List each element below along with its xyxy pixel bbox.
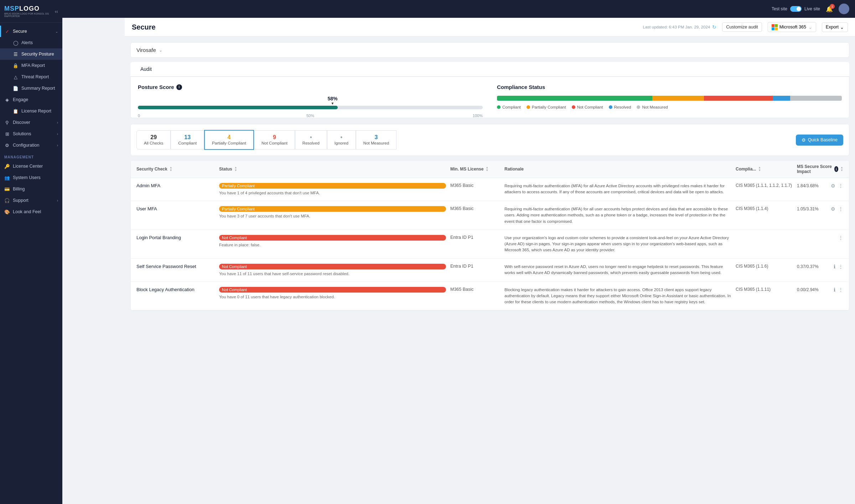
posture-info-icon[interactable]: i (176, 84, 182, 90)
more-icon5[interactable]: ⋮ (838, 287, 843, 293)
table-header: Security Check ▲▼ Status ▲▼ Min. MS Lice… (131, 161, 849, 178)
filter-tab-compliant[interactable]: 13 Compliant (171, 130, 204, 149)
sort-icon2[interactable]: ▲▼ (234, 166, 237, 172)
more-icon2[interactable]: ⋮ (838, 206, 843, 212)
gear-icon2: ⚙ (802, 137, 806, 143)
ignored-count: • (335, 134, 348, 141)
settings-icon2[interactable]: ⚙ (831, 206, 835, 212)
chevron-down-icon: ⌄ (55, 30, 58, 33)
sidebar-item-discover-label: Discover (13, 120, 54, 125)
row-status-user-mfa: Partially Compliant You have 3 of 7 user… (219, 206, 446, 219)
posture-score-panel: Posture Score i 58% ▼ 0 50% 100% (138, 84, 483, 111)
legend-not-compliant: Not Compliant (572, 105, 603, 109)
filter-tab-all[interactable]: 29 All Checks (136, 130, 171, 149)
more-icon3[interactable]: ⋮ (838, 235, 843, 241)
partial-segment (652, 96, 704, 101)
bell-icon: ◯ (13, 40, 19, 46)
sidebar-item-mfa-report[interactable]: 🔒 MFA Report (0, 60, 62, 71)
filter-tab-not-measured[interactable]: 3 Not Measured (356, 130, 397, 149)
settings-icon[interactable]: ⚙ (831, 183, 835, 189)
table-row: User MFA Partially Compliant You have 3 … (131, 201, 849, 230)
topbar: Test site Live site 🔔 1 (62, 0, 855, 18)
sidebar: MSPLOGO BRUG EGON LOGO FOR KONSOL OG RAP… (0, 0, 62, 504)
filter-tab-not-compliant[interactable]: 9 Not Compliant (254, 130, 295, 149)
sidebar-item-security-posture[interactable]: ☰ Security Posture (0, 48, 62, 60)
row-actions-login-branding: ⋮ (838, 235, 843, 241)
gear-icon: ⚙ (4, 142, 10, 148)
row-score-block-legacy: 0.00/2.94% ℹ ⋮ (797, 287, 843, 293)
sidebar-item-license-center[interactable]: 🔑 License Center (0, 161, 62, 172)
progress-bar-fill (138, 106, 338, 109)
sidebar-item-look-feel[interactable]: 🎨 Look and Feel (0, 206, 62, 217)
customize-audit-button[interactable]: Customize audit (722, 22, 762, 32)
doc-icon: 📋 (13, 108, 19, 114)
row-license-sspr: Entra ID P1 (450, 264, 500, 269)
row-compliance-user-mfa: CIS M365 (1.1.4) (736, 206, 793, 211)
notification-bell[interactable]: 🔔 1 (826, 6, 833, 12)
row-rationale-user-mfa: Requiring multi-factor authentication (M… (504, 206, 731, 225)
sidebar-item-billing-label: Billing (13, 187, 58, 191)
col-rationale: Rationale (504, 167, 731, 172)
legend-resolved: Resolved (609, 105, 631, 109)
main-content: Secure Last updated: 6:43 PM Jan. 29, 20… (125, 18, 855, 504)
sidebar-item-secure[interactable]: ✓ Secure ⌄ (0, 26, 62, 37)
collapse-icon[interactable]: ‹‹ (55, 9, 58, 14)
info-icon3[interactable]: ℹ (834, 287, 835, 293)
sidebar-item-billing[interactable]: 💳 Billing (0, 183, 62, 195)
table-row: Login Portal Branding Not Compliant Feat… (131, 230, 849, 259)
quick-baseline-button[interactable]: ⚙ Quick Baseline (796, 135, 843, 146)
sidebar-item-support[interactable]: 🎧 Support › (0, 195, 62, 206)
status-desc-login-branding: Feature in place: false. (219, 242, 446, 248)
ms365-selector[interactable]: Microsoft 365 ⌄ (768, 22, 816, 32)
sort-icon5[interactable]: ▲▼ (840, 166, 843, 172)
sidebar-logo: MSPLOGO BRUG EGON LOGO FOR KONSOL OG RAP… (0, 0, 62, 23)
sort-icon3[interactable]: ▲▼ (486, 166, 488, 172)
search-icon: ⚲ (4, 120, 10, 125)
grid-icon: ⊞ (4, 131, 10, 137)
page-header: Secure Last updated: 6:43 PM Jan. 29, 20… (125, 18, 855, 37)
user-avatar[interactable] (839, 4, 849, 14)
sidebar-item-discover[interactable]: ⚲ Discover › (0, 117, 62, 128)
status-desc-block-legacy: You have 0 of 11 users that have legacy … (219, 294, 446, 300)
status-desc-admin-mfa: You have 1 of 4 privileged accounts that… (219, 190, 446, 196)
more-icon4[interactable]: ⋮ (838, 264, 843, 269)
score-info-icon[interactable]: i (834, 166, 838, 172)
col-score: MS Secure Score Impact i ▲▼ (797, 164, 843, 174)
more-icon[interactable]: ⋮ (838, 183, 843, 189)
filter-tab-partial[interactable]: 4 Partially Compliant (204, 130, 254, 150)
export-chevron-icon: ⌄ (840, 25, 844, 30)
sidebar-item-summary-report[interactable]: 📄 Summary Report (0, 83, 62, 94)
sidebar-item-look-feel-label: Look and Feel (13, 209, 58, 214)
export-button[interactable]: Export ⌄ (822, 22, 848, 32)
row-score-sspr: 0.37/0.37% ℹ ⋮ (797, 264, 843, 269)
nodes-icon: ◈ (4, 97, 10, 103)
not-measured-count: 3 (363, 134, 389, 141)
info-icon2[interactable]: ℹ (834, 264, 835, 269)
compliance-status-title: Compliance Status (497, 84, 842, 90)
sidebar-item-engage[interactable]: ◈ Engage (0, 94, 62, 105)
sidebar-item-license-report[interactable]: 📋 License Report (0, 105, 62, 117)
refresh-button[interactable]: ↻ (712, 24, 716, 30)
filter-tabs: 29 All Checks 13 Compliant 4 Partially C… (130, 124, 849, 156)
sort-icon[interactable]: ▲▼ (170, 166, 172, 172)
sort-icon4[interactable]: ▲▼ (758, 166, 761, 172)
sidebar-item-configuration[interactable]: ⚙ Configuration › (0, 140, 62, 151)
partial-dot (527, 105, 530, 109)
chevron-right-icon2: › (57, 132, 58, 136)
not-measured-filter-label: Not Measured (363, 141, 389, 145)
sidebar-item-solutions[interactable]: ⊞ Solutions › (0, 128, 62, 140)
tab-audit[interactable]: Audit (130, 62, 162, 77)
site-toggle-switch[interactable] (790, 6, 802, 12)
logo-text: MSPLOGO BRUG EGON LOGO FOR KONSOL OG RAP… (4, 5, 55, 17)
sidebar-item-alerts[interactable]: ◯ Alerts (0, 37, 62, 48)
header-actions: Last updated: 6:43 PM Jan. 29, 2024 ↻ Cu… (643, 22, 848, 32)
sidebar-item-system-users[interactable]: 👥 System Users (0, 172, 62, 183)
filter-tab-resolved[interactable]: • Resolved (295, 130, 327, 149)
row-actions-user-mfa: ⚙ ⋮ (831, 206, 843, 212)
filter-tab-ignored[interactable]: • Ignored (327, 130, 356, 149)
list-icon: ☰ (13, 51, 19, 57)
audit-tab-bar: Audit (130, 62, 849, 77)
sidebar-item-threat-report[interactable]: △ Threat Report (0, 71, 62, 83)
partial-count: 4 (212, 134, 246, 141)
company-selector[interactable]: Virosafe ⌄ (130, 42, 849, 58)
